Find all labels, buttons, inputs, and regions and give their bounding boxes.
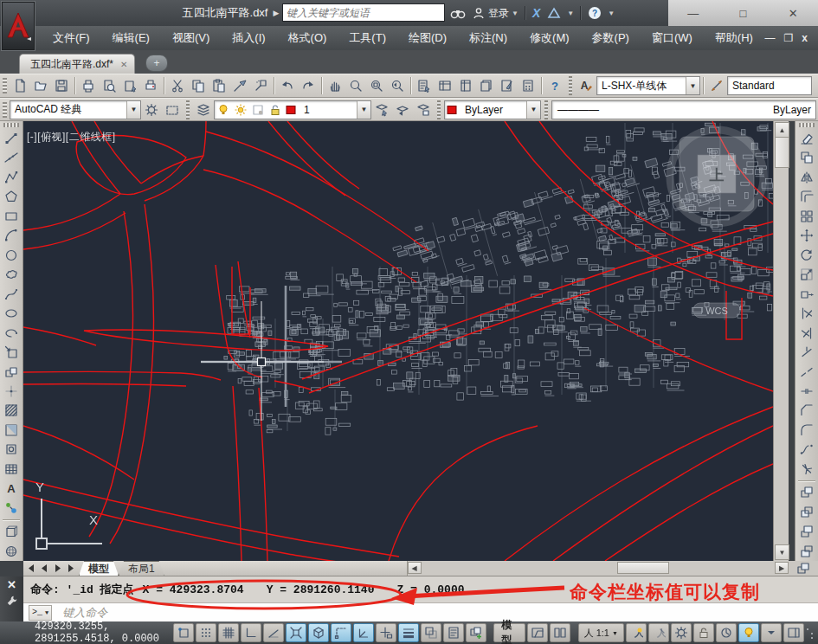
modify-array-icon[interactable]: [796, 207, 818, 226]
toolbar-undo-icon[interactable]: [277, 75, 298, 96]
layer-combo[interactable]: 1 ▼: [214, 100, 371, 119]
draw-insblock-icon[interactable]: [1, 343, 23, 362]
draw-sphere-icon[interactable]: [1, 541, 23, 560]
draw-gradient-icon[interactable]: [1, 421, 23, 440]
status-qp-toggle[interactable]: [443, 623, 464, 642]
layer-thaw-sun-icon[interactable]: [232, 100, 249, 120]
search-expand-icon[interactable]: ▶: [270, 3, 282, 22]
layer-chevron-icon[interactable]: ▼: [357, 101, 370, 119]
draw-mkblock-icon[interactable]: [1, 362, 23, 381]
prompt-chevron-icon[interactable]: ▼: [45, 609, 48, 616]
modify-fillet-icon[interactable]: [796, 421, 818, 440]
layer-properties-icon[interactable]: [193, 100, 214, 120]
menu-item-3[interactable]: 视图(V): [161, 27, 221, 49]
modify-erase-icon[interactable]: [796, 129, 818, 148]
status-touch-button[interactable]: [716, 623, 737, 642]
modify-mirror-icon[interactable]: [796, 168, 818, 187]
autocad-logo[interactable]: [2, 2, 35, 50]
draw-polygon-icon[interactable]: [1, 187, 23, 206]
workspace-combo[interactable]: AutoCAD 经典 ▼: [10, 100, 141, 119]
status-polar-toggle[interactable]: [263, 623, 284, 642]
modify-move-icon[interactable]: [796, 226, 818, 245]
modify-dofront-icon[interactable]: [796, 483, 818, 502]
vertical-scrollbar[interactable]: ▲ ▼: [773, 121, 789, 561]
status-ducs-toggle[interactable]: [353, 623, 374, 642]
draw-pointstyle-icon[interactable]: [1, 499, 23, 518]
status-isolate-button[interactable]: [738, 623, 759, 642]
draw-xline-icon[interactable]: [1, 148, 23, 167]
toolbar-copy-icon[interactable]: [188, 75, 209, 96]
dim-style-combo[interactable]: Standard: [727, 76, 812, 95]
status-grid-toggle[interactable]: [218, 623, 239, 642]
drawing-canvas[interactable]: 上WCSYX [-][俯视][二维线框] ▲ ▼: [23, 121, 789, 561]
signin-link[interactable]: 登录: [488, 6, 509, 21]
draw-arc-icon[interactable]: [1, 226, 23, 245]
doc-restore-icon[interactable]: ❐: [784, 32, 794, 44]
toolbar-calc-icon[interactable]: [518, 75, 538, 96]
draw-spline-icon[interactable]: [1, 284, 23, 303]
menu-item-5[interactable]: 格式(O): [277, 27, 338, 49]
annotation-scale-button[interactable]: 人 1:1 ▼: [578, 623, 624, 642]
command-customize-wrench-icon[interactable]: [6, 595, 18, 610]
workspace-chevron-icon[interactable]: ▼: [126, 101, 140, 119]
menu-item-2[interactable]: 编辑(E): [101, 27, 161, 49]
text-style-icon[interactable]: A: [576, 75, 596, 96]
layer-previous-icon[interactable]: [392, 100, 413, 120]
model-space-button[interactable]: 模型: [493, 623, 525, 642]
modify-scale-icon[interactable]: [796, 265, 818, 284]
draw-circle-icon[interactable]: [1, 245, 23, 264]
menu-item-10[interactable]: 参数(P): [581, 27, 641, 49]
toolbar-props-icon[interactable]: [414, 75, 435, 96]
toolbar-paste-icon[interactable]: [209, 75, 229, 96]
signin-chevron-icon[interactable]: ▼: [509, 10, 521, 17]
modify-copy2-icon[interactable]: [796, 148, 818, 167]
modify-extend-icon[interactable]: [796, 323, 818, 342]
horizontal-scroll-thumb[interactable]: [617, 562, 669, 574]
draw-point-icon[interactable]: [1, 382, 23, 401]
help-search-input[interactable]: [282, 3, 445, 22]
status-ortho-toggle[interactable]: [241, 623, 261, 642]
status-chevdown-button[interactable]: [761, 623, 782, 642]
layer-vpfreeze-icon[interactable]: [249, 100, 267, 120]
linetype-combo[interactable]: ———— ByLayer: [551, 100, 816, 119]
new-tab-button[interactable]: +: [145, 55, 168, 72]
status-lwt-toggle[interactable]: [398, 623, 419, 642]
capture-icon[interactable]: [162, 100, 183, 120]
command-close-icon[interactable]: ✕: [7, 579, 16, 591]
toolbar-redo-icon[interactable]: [298, 75, 319, 96]
modify-stretch-icon[interactable]: [796, 284, 818, 303]
layout1-tab[interactable]: 布局1: [119, 561, 164, 576]
toolbar-help-icon[interactable]: ?: [544, 75, 565, 96]
draw-rect-icon[interactable]: [1, 207, 23, 226]
binoculars-search-icon[interactable]: [447, 3, 469, 23]
horizontal-scrollbar[interactable]: ◀ ▶: [407, 561, 789, 576]
doc-minimize-icon[interactable]: —: [765, 32, 776, 44]
status-sc-toggle[interactable]: [466, 623, 486, 642]
statusbar-grip[interactable]: [805, 627, 815, 639]
menu-item-1[interactable]: 文件(F): [42, 27, 101, 49]
toolbar-zoomprev-icon[interactable]: [387, 75, 408, 96]
command-input-line[interactable]: >_ ▼ 键入命令: [23, 602, 818, 621]
modify-break-icon[interactable]: [796, 362, 818, 381]
toolbar-pan-icon[interactable]: [325, 75, 345, 96]
status-annauto-button[interactable]: 人: [648, 623, 669, 642]
menu-item-8[interactable]: 标注(N): [458, 27, 518, 49]
command-prompt-icon[interactable]: >_ ▼: [29, 605, 52, 621]
draworder-corner-icon[interactable]: [789, 561, 818, 576]
file-tab-close-icon[interactable]: ✕: [120, 60, 127, 69]
modify-join-icon[interactable]: [796, 382, 818, 401]
model-tab[interactable]: 模型: [79, 561, 119, 576]
menu-item-11[interactable]: 窗口(W): [641, 27, 704, 49]
file-tab[interactable]: 五四北南平路.dxf* ✕: [19, 54, 135, 74]
next-tab-icon[interactable]: [51, 561, 65, 576]
workspace-settings-icon[interactable]: [141, 100, 162, 120]
status-clean-button[interactable]: [783, 623, 804, 642]
doc-close-icon[interactable]: x: [802, 32, 808, 44]
scroll-right-icon[interactable]: ▶: [775, 562, 789, 574]
user-icon[interactable]: [469, 3, 488, 23]
status-snap-toggle[interactable]: [196, 623, 216, 642]
modify-offset-icon[interactable]: [796, 187, 818, 206]
layer-lock-icon[interactable]: [267, 100, 284, 120]
vertical-scroll-thumb[interactable]: [775, 137, 789, 168]
toolbar-save-icon[interactable]: [51, 75, 72, 96]
